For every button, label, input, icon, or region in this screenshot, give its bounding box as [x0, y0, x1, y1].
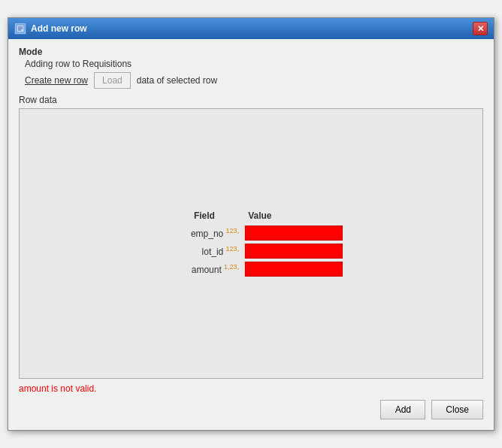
field-value-table: Field Value emp_no 123, — [188, 209, 346, 278]
dialog-icon — [14, 23, 26, 35]
mode-label: Mode — [19, 47, 483, 57]
error-message: amount is not valid. — [19, 383, 483, 394]
field-type-lotid: 123, — [226, 245, 240, 253]
value-input-lotid[interactable] — [245, 244, 343, 259]
col-header-field: Field — [188, 209, 242, 224]
close-title-button[interactable]: ✕ — [473, 22, 488, 35]
row-data-label: Row data — [19, 95, 483, 105]
load-button[interactable]: Load — [94, 72, 131, 89]
mode-section: Mode Adding row to Requisitions Create n… — [19, 47, 483, 89]
value-cell-empno — [242, 224, 346, 242]
table-row: emp_no 123, — [188, 224, 346, 242]
table-row: amount 1,23, — [188, 260, 346, 278]
row-data-box: Field Value emp_no 123, — [19, 108, 483, 379]
title-bar: Add new row ✕ — [8, 18, 494, 39]
table-header: Field Value — [188, 209, 346, 224]
field-name-empno: emp_no — [191, 229, 226, 239]
mode-subtitle: Adding row to Requisitions — [25, 59, 483, 69]
value-cell-amount — [242, 260, 346, 278]
value-cell-lotid — [242, 242, 346, 260]
field-cell-amount: amount 1,23, — [188, 260, 242, 278]
field-name-amount: amount — [192, 265, 224, 275]
add-button[interactable]: Add — [380, 400, 425, 419]
field-type-empno: 123, — [226, 227, 240, 235]
table-container: Field Value emp_no 123, — [188, 209, 346, 278]
field-cell-empno: emp_no 123, — [188, 224, 242, 242]
dialog-title: Add new row — [31, 23, 87, 34]
create-new-row-label: Create new row — [25, 75, 88, 86]
dialog-body: Mode Adding row to Requisitions Create n… — [8, 39, 494, 430]
add-new-row-dialog: Add new row ✕ Mode Adding row to Requisi… — [8, 17, 494, 431]
value-input-empno[interactable] — [245, 226, 343, 241]
mode-row: Create new row Load data of selected row — [25, 72, 483, 89]
button-row: Add Close — [19, 400, 483, 419]
close-button[interactable]: Close — [431, 400, 483, 419]
field-name-lotid: lot_id — [202, 247, 226, 257]
load-suffix-label: data of selected row — [137, 75, 217, 86]
col-header-value: Value — [242, 209, 346, 224]
field-type-amount: 1,23, — [224, 263, 239, 271]
value-input-amount[interactable] — [245, 262, 343, 277]
field-cell-lotid: lot_id 123, — [188, 242, 242, 260]
table-row: lot_id 123, — [188, 242, 346, 260]
